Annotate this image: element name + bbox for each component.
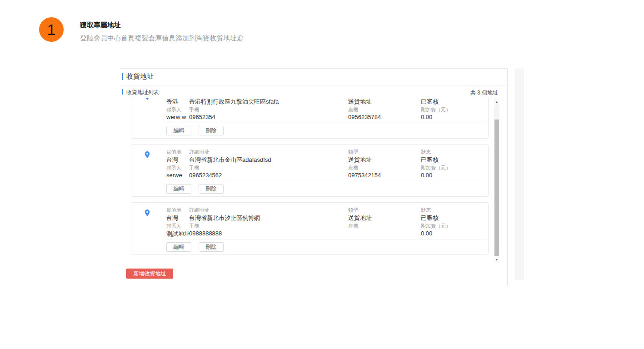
value-destination: 台灣 [166, 156, 178, 164]
value-mobile: 0965234562 [189, 172, 222, 179]
address-count: 共 3 個地址 [470, 89, 498, 97]
accent-bar [122, 73, 123, 80]
label-contact: 聯系人 [166, 106, 181, 113]
address-list-title: 收貨地址列表 [126, 89, 159, 96]
label-destination: 目的地 [166, 149, 181, 155]
label-status: 狀态 [421, 207, 431, 214]
value-surcharge: 0.00 [421, 114, 432, 120]
right-side-strip [515, 69, 524, 280]
accent-bar [122, 89, 123, 95]
step-number: 1 [47, 22, 56, 37]
label-mobile: 手機 [189, 106, 199, 113]
value-mobile: 0988888888 [189, 230, 222, 237]
scroll-down-icon[interactable]: ▼ [494, 256, 499, 263]
value-surcharge: 0.00 [421, 230, 432, 237]
value-detail-address: 香港特別行政區九龍油尖旺區sfafa [189, 98, 279, 106]
label-detail-address: 詳細地址 [189, 149, 209, 155]
delete-button[interactable]: 刪除 [199, 242, 224, 252]
address-list: 目的地 詳細地址 類型 狀态 香港 香港特別行政區九龍油尖旺區sfafa 送貨地… [131, 98, 489, 255]
value-type: 送貨地址 [348, 156, 372, 164]
value-type: 送貨地址 [348, 98, 372, 106]
scroll-up-icon[interactable]: ▲ [494, 98, 499, 105]
label-landline: 座機 [348, 165, 358, 171]
address-card: 目的地 詳細地址 類型 狀态 台灣 台灣省新北市金山區adafasdfsd 送貨… [131, 144, 489, 197]
value-surcharge: 0.00 [421, 172, 432, 179]
step-title: 獲取專屬地址 [80, 21, 121, 30]
panel-title: 收貨地址 [126, 72, 154, 81]
label-status: 狀态 [421, 149, 431, 155]
label-mobile: 手機 [189, 223, 199, 229]
address-panel: 收貨地址 收貨地址列表 共 3 個地址 目的地 詳細地址 類型 狀态 [120, 68, 508, 286]
label-destination: 目的地 [166, 207, 181, 214]
value-type: 送貨地址 [348, 214, 372, 222]
value-destination: 香港 [166, 98, 178, 106]
delete-button[interactable]: 刪除 [199, 184, 224, 194]
label-type: 類型 [348, 207, 358, 214]
value-contact: serwe [166, 172, 182, 179]
value-detail-address: 台灣省新北市汐止區然博網 [189, 214, 260, 222]
address-card: 目的地 詳細地址 類型 狀态 香港 香港特別行政區九龍油尖旺區sfafa 送貨地… [131, 98, 489, 139]
value-landline: 0956235784 [348, 114, 381, 120]
step-description: 登陸會員中心首頁複製倉庫信息添加到淘寶收貨地址處 [80, 34, 244, 43]
value-detail-address: 台灣省新北市金山區adafasdfsd [189, 156, 271, 164]
edit-button[interactable]: 編輯 [166, 184, 191, 194]
divider [166, 123, 487, 123]
label-detail-address: 詳細地址 [189, 207, 209, 214]
value-destination: 台灣 [166, 214, 178, 222]
label-surcharge: 附加費（元） [421, 165, 451, 171]
divider [166, 181, 487, 181]
address-card: 目的地 詳細地址 類型 狀态 台灣 台灣省新北市汐止區然博網 送貨地址 已審核 … [131, 202, 489, 255]
label-surcharge: 附加費（元） [421, 106, 451, 113]
divider [166, 239, 487, 239]
add-address-button[interactable]: 新增收貨地址 [126, 269, 173, 279]
label-type: 類型 [348, 149, 358, 155]
value-contact: 測試地址 [166, 230, 190, 238]
delete-button[interactable]: 刪除 [199, 126, 224, 135]
label-surcharge: 附加費（元） [421, 223, 451, 229]
value-landline: 0975342154 [348, 172, 381, 179]
label-mobile: 手機 [189, 165, 199, 171]
label-landline: 座機 [348, 106, 358, 113]
edit-button[interactable]: 編輯 [166, 242, 191, 252]
label-landline: 座機 [348, 223, 358, 229]
status-badge: 已審核 [421, 214, 439, 222]
vertical-scrollbar: ▲ ▼ [494, 98, 499, 263]
scrollbar-thumb[interactable] [494, 120, 499, 256]
label-contact: 聯系人 [166, 165, 181, 171]
divider [120, 85, 507, 85]
label-contact: 聯系人 [166, 223, 181, 229]
page: 1 獲取專屬地址 登陸會員中心首頁複製倉庫信息添加到淘寶收貨地址處 收貨地址 收… [0, 0, 644, 349]
status-badge: 已審核 [421, 98, 439, 106]
value-mobile: 09652354 [189, 114, 215, 120]
value-contact: werw w [166, 114, 186, 120]
status-badge: 已審核 [421, 156, 439, 164]
step-number-badge: 1 [39, 17, 64, 42]
edit-button[interactable]: 編輯 [166, 126, 191, 135]
address-list-viewport: 目的地 詳細地址 類型 狀态 香港 香港特別行政區九龍油尖旺區sfafa 送貨地… [131, 98, 489, 263]
